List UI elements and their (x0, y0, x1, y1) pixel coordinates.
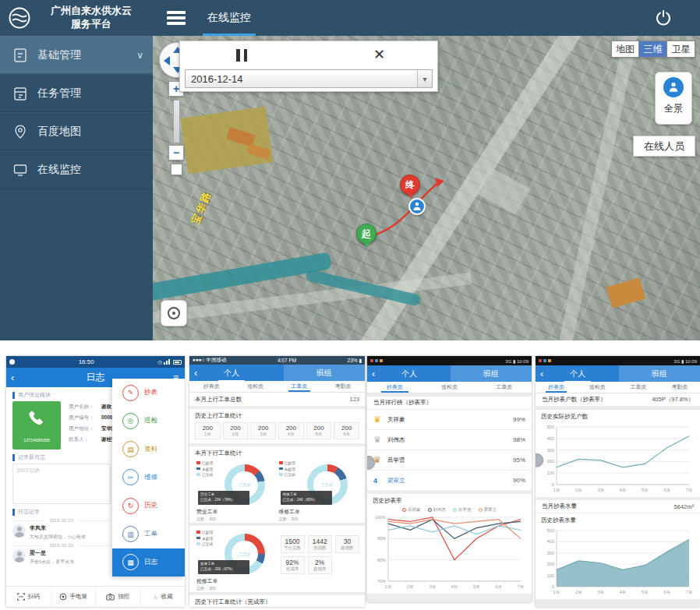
playback-panel: ✕ 2016-12-14 ▾ (179, 41, 438, 92)
pause-button[interactable] (236, 49, 247, 62)
zoom-out-button[interactable]: − (168, 145, 184, 160)
field-label: 用户编号： (69, 414, 101, 421)
rank-percent: 95% (513, 457, 525, 464)
row-value: 405P（97.8%） (652, 396, 694, 404)
person-icon (412, 202, 422, 211)
field-value: 谢政 (101, 404, 111, 411)
tab-team[interactable]: 班组 (451, 365, 532, 382)
tab-inspection[interactable]: 巡检类 (422, 382, 476, 393)
flashlight-button[interactable]: 手电筒 (51, 587, 96, 607)
svg-text:6月: 6月 (663, 488, 670, 493)
tab-inspection[interactable]: 巡检类 (577, 382, 618, 393)
close-icon[interactable]: ✕ (373, 46, 385, 63)
tab-meter-reading[interactable]: 抄表类 (189, 381, 233, 392)
worker-location-marker[interactable] (408, 198, 426, 215)
maptype-satellite-button[interactable]: 卫星 (667, 41, 695, 58)
zoom-slider[interactable] (173, 100, 180, 143)
maptype-label: 地图 (616, 43, 635, 56)
sidebar-item-baidu-map[interactable]: 百度地图 (0, 112, 153, 150)
back-button[interactable]: ‹ (536, 368, 548, 379)
menu-item-log[interactable]: ▦ 日志 (112, 548, 185, 577)
tab-label: 在线监控 (207, 11, 251, 25)
ranking-row[interactable]: ♛ 关祥豪 99% (367, 410, 532, 430)
locate-button[interactable] (161, 300, 187, 326)
svg-text:100%: 100% (375, 515, 386, 520)
svg-text:0: 0 (552, 482, 554, 487)
svg-text:90%: 90% (377, 536, 386, 541)
date-select[interactable]: 2016-12-14 ▾ (185, 69, 433, 88)
field-label: 联系人： (69, 436, 101, 443)
document-icon (12, 48, 28, 63)
donut-block: 已处理 未处理 已完成 已完成 抢修工单已完成：200（67%） 抢修工单总数：… (195, 529, 278, 588)
scan-button[interactable]: 扫码 (6, 587, 51, 607)
svg-text:7月: 7月 (686, 488, 693, 493)
menu-item-meter-reading[interactable]: ✎ 抄表 (112, 379, 185, 407)
plus-icon: + (173, 83, 179, 95)
svg-text:3月: 3月 (429, 584, 436, 590)
menu-item-repair[interactable]: ✂ 维修 (112, 464, 185, 492)
rank-name: 吕学贤 (387, 457, 405, 464)
route-end-marker[interactable]: 终 (400, 175, 420, 195)
zoom-extra-button[interactable] (171, 164, 182, 175)
field-label: 用户名称： (69, 404, 101, 411)
svg-text:500: 500 (547, 425, 554, 429)
camera-button[interactable]: 拍照 (95, 587, 140, 607)
battery-info: 23% ▮ (348, 358, 362, 364)
rank-percent: 99% (513, 416, 525, 423)
meter-icon: ✎ (122, 385, 139, 401)
menu-item-history[interactable]: ↻ 历史 (112, 492, 185, 520)
svg-text:100: 100 (547, 471, 554, 475)
online-personnel-button[interactable]: 在线人员 (633, 136, 695, 157)
menu-item-profile[interactable]: ▤ 资料 (112, 435, 185, 464)
stat-box: 2006月 (334, 422, 359, 439)
maptype-label: 三维 (644, 43, 663, 56)
favorite-button[interactable]: ☆ 收藏 (140, 587, 186, 607)
tab-attendance[interactable]: 考勤类 (659, 382, 700, 393)
menu-item-workorder[interactable]: ▥ 工单 (112, 520, 185, 548)
svg-text:200: 200 (547, 562, 554, 566)
maptype-map-button[interactable]: 地图 (611, 41, 639, 58)
svg-text:2月: 2月 (407, 584, 414, 590)
tab-inspection[interactable]: 巡检类 (233, 381, 277, 392)
svg-text:7月: 7月 (686, 590, 693, 595)
ranking-row[interactable]: ♛ 刘伟杰 98% (367, 430, 532, 450)
map-canvas[interactable]: 康王路 宝华路 起 终 + − ✕ 2016-12-14 ▾ (153, 36, 700, 340)
panorama-control[interactable]: 全景 (655, 72, 692, 125)
tab-team[interactable]: 班组 (284, 365, 365, 381)
sidebar: 广州自来水供水云 服务平台 基础管理 ∨ 任务管理 百度地图 在线监控 (0, 0, 153, 340)
svg-text:1月: 1月 (553, 488, 560, 493)
ranking-row[interactable]: ♛ 吕学贤 95% (367, 450, 532, 471)
new-log-textarea[interactable] (12, 464, 111, 504)
power-button[interactable] (655, 9, 672, 26)
tab-personal[interactable]: 个人 (401, 368, 417, 379)
tab-online-monitor[interactable]: 在线监控 (203, 0, 256, 36)
sidebar-item-online-monitor[interactable]: 在线监控 (0, 150, 153, 189)
tab-meter-reading[interactable]: 抄表类 (367, 382, 422, 393)
sidebar-item-task-mgmt[interactable]: 任务管理 (0, 74, 153, 112)
svg-text:2月: 2月 (575, 488, 582, 493)
toolbar-label: 手电筒 (70, 593, 88, 601)
maptype-3d-button[interactable]: 三维 (639, 41, 667, 58)
start-marker-label: 起 (362, 227, 371, 241)
menu-label: 抄表 (144, 388, 157, 397)
back-button[interactable]: ‹ (367, 368, 380, 379)
tab-personal[interactable]: 个人 (224, 368, 239, 379)
logo-icon (8, 6, 31, 30)
tab-workorder[interactable]: 工单类 (618, 382, 659, 393)
tab-team[interactable]: 班组 (619, 365, 700, 382)
back-button[interactable]: ‹ (189, 367, 202, 379)
menu-item-inspection[interactable]: ◎ 巡检 (112, 407, 185, 435)
ranking-title-row: 当月排行榜（抄表率） (367, 397, 532, 410)
route-start-marker[interactable]: 起 (356, 224, 377, 244)
sidebar-item-basic-mgmt[interactable]: 基础管理 ∨ (0, 36, 153, 74)
tab-attendance[interactable]: 考勤类 (321, 381, 365, 392)
tab-workorder[interactable]: 工单类 (477, 382, 532, 393)
tab-meter-reading[interactable]: 抄表类 (536, 382, 577, 393)
toolbar-label: 收藏 (161, 593, 173, 601)
tab-personal[interactable]: 个人 (570, 368, 585, 379)
hamburger-menu-icon[interactable] (167, 11, 186, 25)
call-button[interactable]: 13724689395 (12, 401, 61, 450)
chart-tooltip: 营业工单已完成：234（78%） (198, 491, 249, 505)
ranking-row[interactable]: 4 梁家立 90% (367, 471, 532, 491)
tab-workorder[interactable]: 工单类 (278, 381, 321, 392)
